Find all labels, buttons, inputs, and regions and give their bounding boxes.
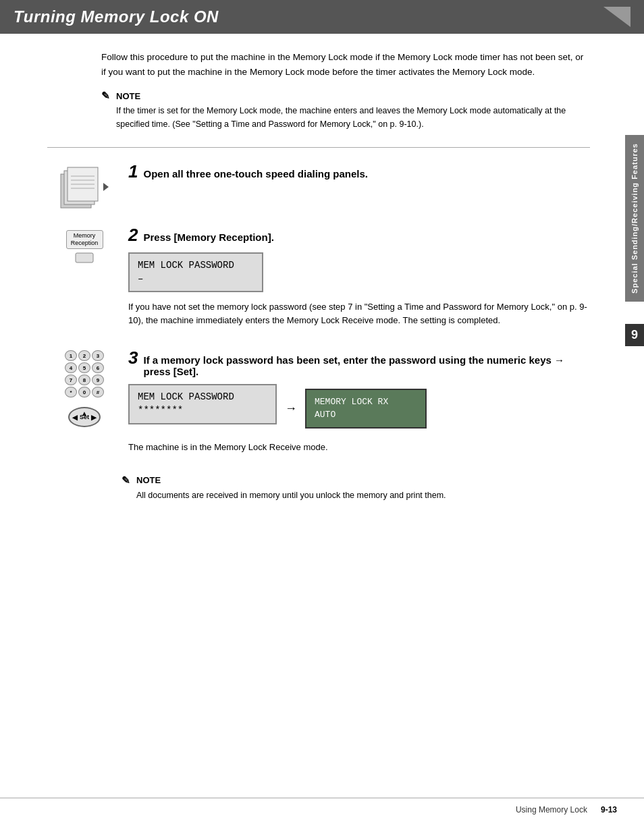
lcd2-line2: ******** (138, 404, 267, 418)
button-shape-icon (75, 250, 94, 264)
step-1-header: 1 Open all three one-touch speed dialing… (128, 161, 590, 182)
lcd1-line2: – (138, 273, 254, 286)
intro-paragraph: Follow this procedure to put the machine… (101, 50, 590, 79)
pencil-icon-1: ✎ (101, 90, 110, 102)
step-3-row: 1 2 3 4 5 6 7 8 9 * 0 # (47, 348, 590, 460)
step-2-content: 2 Press [Memory Reception]. MEM LOCK PAS… (122, 225, 590, 334)
lcd3-line2: AUTO (315, 408, 417, 422)
key-9: 9 (92, 375, 104, 385)
svg-rect-8 (76, 253, 93, 263)
step-3-icons-group: 1 2 3 4 5 6 7 8 9 * 0 # (65, 350, 104, 427)
step-3-title: If a memory lock password has been set, … (143, 354, 590, 377)
step-1-icon-col (47, 161, 122, 211)
step-3-header: 3 If a memory lock password has been set… (128, 348, 590, 377)
step-2-description: If you have not set the memory lock pass… (128, 300, 590, 327)
lcd-display-1: MEM LOCK PASSWORD – (128, 252, 263, 292)
page-footer: Using Memory Lock 9-13 (0, 798, 644, 815)
note-box-2: ✎ NOTE All documents are received in mem… (122, 474, 590, 502)
key-3: 3 (92, 350, 104, 361)
step-2-icon-col: Memory Reception (47, 225, 122, 264)
pencil-icon-2: ✎ (122, 474, 130, 487)
key-star: * (65, 387, 77, 397)
section-divider (47, 147, 590, 148)
lcd1-line1: MEM LOCK PASSWORD (138, 259, 254, 273)
sidebar-tab: Special Sending/Receiving Features (625, 135, 644, 302)
step-2-number: 2 (128, 225, 138, 246)
key-7: 7 (65, 375, 77, 385)
key-hash: # (92, 387, 104, 397)
lcd-display-2: MEM LOCK PASSWORD ******** (128, 384, 277, 424)
lcd-display-3: MEMORY LOCK RX AUTO (305, 389, 427, 429)
note-title-2: NOTE (136, 475, 161, 485)
step-2-header: 2 Press [Memory Reception]. (128, 225, 590, 246)
svg-marker-7 (103, 183, 109, 191)
key-8: 8 (78, 375, 90, 385)
lcd2-line1: MEM LOCK PASSWORD (138, 391, 267, 404)
footer-page-number: 9-13 (601, 805, 617, 815)
note-title-1: NOTE (116, 91, 140, 101)
step-1-content: 1 Open all three one-touch speed dialing… (122, 161, 590, 189)
mem-btn-line1: Memory (70, 232, 99, 240)
step-3-icon-col: 1 2 3 4 5 6 7 8 9 * 0 # (47, 348, 122, 427)
step-1-row: 1 Open all three one-touch speed dialing… (47, 161, 590, 211)
step-1-title: Open all three one-touch speed dialing p… (143, 168, 368, 180)
arrow-symbol: → (285, 402, 297, 416)
mem-btn-line2: Reception (70, 240, 99, 247)
step-3-number: 3 (128, 348, 138, 368)
key-1: 1 (65, 350, 77, 361)
chapter-badge: 9 (625, 324, 644, 346)
key-5: 5 (78, 362, 90, 373)
steps-area: 1 Open all three one-touch speed dialing… (47, 161, 590, 461)
key-2: 2 (78, 350, 90, 361)
footer-left-text: Using Memory Lock (516, 805, 587, 815)
lcd-row-step3: MEM LOCK PASSWORD ******** → MEMORY LOCK… (128, 384, 590, 432)
step-1-number: 1 (128, 161, 138, 182)
key-0: 0 (78, 387, 90, 397)
note-text-1: If the timer is set for the Memory Lock … (116, 105, 590, 131)
page-header: Turning Memory Lock ON (0, 0, 644, 34)
set-button-icon: ◀ Set ▶ ▲ (68, 407, 101, 427)
set-left-arrow: ◀ (72, 414, 78, 421)
set-up-arrow: ▲ (81, 410, 88, 417)
step-2-row: Memory Reception 2 Press [Memory Recepti… (47, 225, 590, 334)
key-4: 4 (65, 362, 77, 373)
lcd3-line1: MEMORY LOCK RX (315, 395, 417, 409)
set-right-arrow: ▶ (91, 414, 97, 421)
step-2-title: Press [Memory Reception]. (143, 231, 273, 243)
step-3-description: The machine is in the Memory Lock Receiv… (128, 441, 590, 454)
step-3-content: 3 If a memory lock password has been set… (122, 348, 590, 460)
header-corner-decoration (603, 7, 630, 27)
main-content: Follow this procedure to put the machine… (20, 34, 617, 545)
page-title: Turning Memory Lock ON (14, 7, 219, 26)
note-label-2: ✎ NOTE (122, 474, 590, 487)
note-label-1: ✎ NOTE (101, 90, 590, 102)
memory-reception-button-icon: Memory Reception (66, 230, 103, 249)
numeric-keypad-icon: 1 2 3 4 5 6 7 8 9 * 0 # (65, 350, 104, 397)
key-6: 6 (92, 362, 104, 373)
note-box-1: ✎ NOTE If the timer is set for the Memor… (101, 90, 590, 131)
sidebar-label: Special Sending/Receiving Features (630, 143, 639, 294)
fax-panels-icon (57, 164, 111, 211)
note-text-2: All documents are received in memory unt… (136, 489, 590, 502)
